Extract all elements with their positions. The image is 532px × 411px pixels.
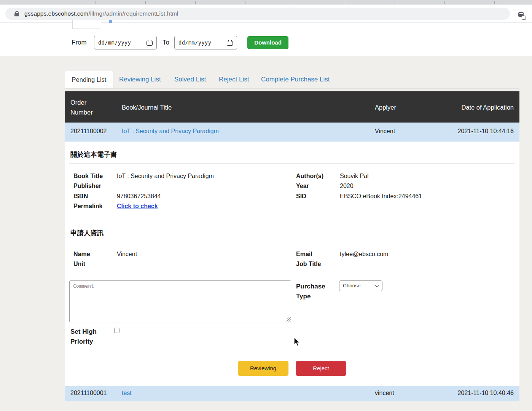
high-priority-label: Set High Priority xyxy=(70,327,102,347)
row-applyer: vincent xyxy=(375,390,394,397)
divider xyxy=(69,163,515,164)
email-label: Email xyxy=(296,249,338,259)
column-date: Date of Application xyxy=(461,102,514,112)
table-row[interactable]: 20211100001 test vincent 2021-11-10 10:4… xyxy=(65,386,519,401)
column-applyer: Applyer xyxy=(375,102,396,112)
column-title: Book/Journal Title xyxy=(122,102,172,112)
to-date-input[interactable]: dd/mm/yyyy xyxy=(174,36,237,49)
tab-reject-list[interactable]: Reject List xyxy=(219,76,249,83)
reject-button[interactable]: Reject xyxy=(296,361,346,376)
textarea-resize-handle[interactable] xyxy=(287,317,291,322)
tab-complete-purchase-list[interactable]: Complete Purchase List xyxy=(261,76,330,83)
year-label: Year xyxy=(296,181,338,191)
book-section-title: 關於這本電子書 xyxy=(70,150,117,159)
purchase-type-label: Purchase Type xyxy=(296,282,332,301)
book-title-value: IoT : Security and Privacy Paradigm xyxy=(117,171,214,181)
row-title-link[interactable]: test xyxy=(122,390,132,397)
unit-label: Unit xyxy=(73,259,115,269)
name-value: Vincent xyxy=(117,249,137,259)
partial-cutoff-field xyxy=(72,20,101,29)
url-path: /illmgr/admin/requirementList.html xyxy=(88,10,178,17)
row-order-number: 20211100001 xyxy=(70,390,107,397)
name-label: Name xyxy=(73,249,115,259)
job-title-label: Job Title xyxy=(296,259,338,269)
url-text[interactable]: gssapps.ebscohost.com/illmgr/admin/requi… xyxy=(24,10,178,17)
from-label: From xyxy=(72,39,87,46)
permalink-label: Permalink xyxy=(73,201,115,211)
authors-value: Souvik Pal xyxy=(340,171,369,181)
calendar-icon[interactable] xyxy=(227,40,233,46)
row-applyer: Vincent xyxy=(375,128,395,135)
table-row[interactable]: 20211100002 IoT : Security and Privacy P… xyxy=(65,123,519,142)
reviewing-button[interactable]: Reviewing xyxy=(238,361,288,376)
calendar-icon[interactable] xyxy=(147,40,153,46)
lock-icon[interactable] xyxy=(14,11,19,16)
purchase-type-select[interactable]: Choose xyxy=(339,280,382,291)
from-date-input[interactable]: dd/mm/yyyy xyxy=(94,36,157,49)
from-date-placeholder: dd/mm/yyyy xyxy=(98,40,147,46)
isbn-value: 9780367253844 xyxy=(117,191,161,201)
tab-reviewing-list[interactable]: Reviewing List xyxy=(119,76,161,83)
email-value: tylee@ebsco.com xyxy=(340,249,388,259)
download-button[interactable]: Download xyxy=(247,36,288,49)
year-value: 2020 xyxy=(340,181,354,191)
high-priority-checkbox[interactable] xyxy=(114,328,119,333)
comment-textarea[interactable] xyxy=(69,280,291,322)
sid-value: EBSCO:eBook Index:2494461 xyxy=(340,191,422,201)
table-header: Order Number Book/Journal Title Applyer … xyxy=(65,91,519,123)
tab-pending-list[interactable]: Pending List xyxy=(65,71,113,89)
column-order-number: Order Number xyxy=(70,97,107,117)
url-domain: gssapps.ebscohost.com xyxy=(24,10,88,17)
address-bar[interactable]: gssapps.ebscohost.com/illmgr/admin/requi… xyxy=(5,8,510,20)
book-title-label: Book Title xyxy=(73,171,115,181)
browser-tab-strip[interactable] xyxy=(0,0,532,5)
row-detail-panel: 關於這本電子書 Book Title IoT : Security and Pr… xyxy=(65,142,519,386)
publisher-label: Publisher xyxy=(73,181,115,191)
to-date-placeholder: dd/mm/yyyy xyxy=(178,40,227,46)
tab-solved-list[interactable]: Solved List xyxy=(174,76,206,83)
divider-line xyxy=(108,22,516,22)
authors-label: Author(s) xyxy=(296,171,338,181)
divider xyxy=(69,216,515,216)
divider xyxy=(69,275,515,275)
purchase-type-value: Choose xyxy=(343,283,361,288)
translate-icon[interactable] xyxy=(518,12,526,20)
row-order-number: 20211100002 xyxy=(70,128,107,135)
row-date: 2021-11-10 10:44:16 xyxy=(458,128,514,135)
isbn-label: ISBN xyxy=(73,191,115,201)
screenshot-root: gssapps.ebscohost.com/illmgr/admin/requi… xyxy=(0,0,532,411)
permalink-link[interactable]: Click to check xyxy=(117,201,158,211)
chevron-down-icon xyxy=(375,284,379,287)
tabs-underline xyxy=(65,88,519,89)
row-title-link[interactable]: IoT : Security and Privacy Paradigm xyxy=(122,128,219,135)
sid-label: SID xyxy=(296,191,338,201)
partial-cutoff-link xyxy=(109,20,112,23)
row-date: 2021-11-10 10:40:46 xyxy=(458,390,514,397)
applicant-section-title: 申請人資訊 xyxy=(70,228,104,237)
to-label: To xyxy=(162,39,169,46)
